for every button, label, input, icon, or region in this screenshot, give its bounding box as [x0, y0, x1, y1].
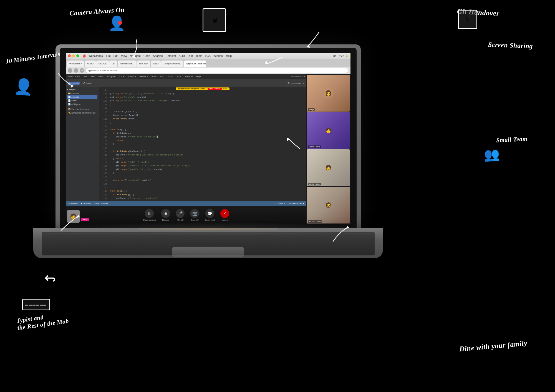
tab-appear[interactable]: appeal.in - one click... — [184, 61, 206, 67]
menubar-window[interactable]: Window — [213, 54, 223, 57]
laptop-display: 🍎 WebStormY File Edit View Navigate Code… — [56, 44, 361, 233]
main-content: IntelliJ IDEA File Edit View Navigate Co… — [66, 74, 350, 224]
close-button[interactable] — [68, 54, 71, 57]
menubar-edit[interactable]: Edit — [113, 54, 118, 57]
menubar-app[interactable]: WebStormY — [89, 54, 104, 57]
open-chat-label: Open chat — [205, 219, 215, 221]
share-screen-icon: 🖥 — [145, 209, 154, 218]
screen-text: Screen Sharing — [488, 41, 533, 50]
ide-vcs[interactable]: VCS — [175, 75, 182, 78]
mic-off-label: Mic off — [177, 219, 183, 221]
screen-icon-box: 🖥 — [203, 8, 226, 32]
open-chat-button[interactable]: 💬 Open chat — [205, 209, 215, 221]
menubar-run[interactable]: Run — [188, 54, 193, 57]
code-area[interactable]: 114115116117118119120121122123 124125126… — [99, 87, 306, 201]
refresh-button[interactable]: ↻ — [80, 68, 84, 73]
tab-learn[interactable]: learnenough... — [118, 61, 136, 67]
maximize-button[interactable] — [76, 54, 79, 57]
ide-status-git[interactable]: ⊘ Git Console — [94, 202, 108, 205]
ide-help[interactable]: Help — [195, 75, 202, 78]
ide-tools[interactable]: Tools — [167, 75, 174, 78]
ide-code[interactable]: Code — [118, 75, 125, 78]
ide-run[interactable]: Run — [159, 75, 165, 78]
sidebar-mobsh[interactable]: 📄 mob.sh — [67, 95, 97, 99]
ide-file[interactable]: File — [83, 75, 89, 78]
menubar-build[interactable]: Build — [179, 54, 185, 57]
ide-editor[interactable]: appear.in is sharing your screen. Stop S… — [99, 87, 306, 201]
sonja-video: 👩 — [307, 75, 350, 112]
small-team-text: Small Team — [496, 135, 528, 144]
tab-cool[interactable]: cool stuff — [137, 61, 150, 67]
ide-window[interactable]: Window — [184, 75, 194, 78]
menubar-tools[interactable]: Tools — [196, 54, 202, 57]
menubar-navigate[interactable]: Navigate — [130, 54, 141, 57]
simon-avatar: 🧑 — [325, 127, 331, 134]
ide-intellij[interactable]: IntelliJ IDEA — [67, 75, 81, 78]
ide-build[interactable]: Build — [150, 75, 158, 78]
participant-martin: 🧑 Martin Huber — [307, 149, 350, 186]
menubar-vcs[interactable]: VCS — [205, 54, 211, 57]
menubar-file[interactable]: File — [106, 54, 111, 57]
tab-google[interactable]: GoogleMarketing... — [161, 61, 183, 67]
jochen-avatar: 🧔 — [325, 202, 331, 208]
sidebar-project[interactable]: 📁 mob.sh — [67, 92, 97, 95]
ide-search[interactable]: 🔍 grep-origin: ▾ — [287, 82, 304, 84]
ide-sidebar-title: ▾ Project — [67, 88, 97, 91]
tab-nnoo[interactable]: NNOO — [85, 61, 96, 67]
minimize-button[interactable] — [72, 54, 75, 57]
sidebar-install[interactable]: 📄 install — [67, 99, 97, 102]
help-button[interactable]: Help — [81, 218, 89, 221]
ide-view[interactable]: View — [97, 75, 104, 78]
typist-box: ▬▬▬▬▬▬ — [22, 299, 50, 310]
forward-button[interactable]: › — [74, 68, 78, 73]
dine-text: Dine with your family — [459, 339, 528, 353]
ide-analyze[interactable]: Analyze — [127, 75, 137, 78]
annotation-10min: 10 Minutes Intervals — [5, 50, 61, 65]
menubar-items: 🍎 WebStormY File Edit View Navigate Code… — [82, 54, 232, 57]
record-button[interactable]: ⏺ Record — [161, 209, 170, 221]
ide-project-name: ▶ mob.sh — [68, 82, 80, 85]
user-avatar-dock: 🧑 — [67, 210, 80, 223]
tab-uni[interactable]: Uni — [109, 61, 117, 67]
share-screen-button[interactable]: 🖥 Share screen — [143, 209, 156, 221]
tab-blogs[interactable]: Blogs — [151, 61, 161, 67]
leave-button[interactable]: ✕ Leave — [220, 209, 229, 221]
jochen-face: 🧔 — [307, 187, 350, 224]
tab-gcode[interactable]: GCODE — [96, 61, 109, 67]
leave-label: Leave — [222, 219, 228, 221]
martin-name: Martin Huber — [308, 183, 321, 185]
menubar-analyze[interactable]: Analyze — [153, 54, 163, 57]
ide-navigate[interactable]: Navigate — [105, 75, 117, 78]
ide-status-tab[interactable]: ■ Terminal — [81, 202, 91, 205]
browser-toolbar: ‹ › ↻ appear.in/one-click-video-chat — [66, 67, 350, 74]
back-button[interactable]: ‹ — [68, 68, 72, 73]
menubar-right: Do 14:26 🔋 — [333, 54, 348, 57]
menubar-view[interactable]: View — [121, 54, 127, 57]
ide-main: ▾ Project 📁 mob.sh 📄 mob.sh 📄 install 📄 … — [66, 87, 306, 201]
chat-icon: 💬 — [205, 209, 214, 218]
sidebar-external[interactable]: 📦 External Libraries — [67, 107, 97, 111]
menubar-help[interactable]: Help — [226, 54, 232, 57]
ide-refactor[interactable]: Refactor — [138, 75, 149, 78]
sidebar-scratches[interactable]: ✏️ Scratches and Consoles — [67, 111, 97, 115]
touchpad[interactable] — [172, 247, 244, 257]
ide-branch: ⎇ master — [82, 82, 92, 84]
menubar-code[interactable]: Code — [143, 54, 150, 57]
mic-off-button[interactable]: 🎤 Mic off — [176, 209, 185, 221]
typist-box-text: ▬▬▬▬▬▬ — [25, 303, 47, 306]
record-label: Record — [162, 219, 169, 221]
tab-webstorm[interactable]: WebStorm Y — [67, 61, 84, 67]
sonja-face: 👩 — [307, 75, 350, 112]
address-bar[interactable]: appear.in/one-click-video-chat — [85, 68, 348, 73]
cam-off-button[interactable]: 📷 Cam off — [190, 209, 199, 221]
menubar-refactor[interactable]: Refactor — [166, 54, 176, 57]
simon-name: Simon Harris — [308, 145, 321, 148]
martin-video: 🧑 — [307, 149, 350, 186]
jochen-name: Jochen Christ — [308, 220, 322, 223]
participant-sonja: 👩 Sonja — [307, 75, 350, 112]
code-content[interactable]: git args=("merge", "origin/master", "--f… — [99, 90, 306, 201]
ide-edit[interactable]: Edit — [90, 75, 96, 78]
menubar-apple[interactable]: 🍎 — [82, 54, 86, 57]
terms-link[interactable]: Terms of use — [67, 203, 78, 205]
sidebar-4242[interactable]: 📄 4242js.ws — [67, 102, 97, 106]
